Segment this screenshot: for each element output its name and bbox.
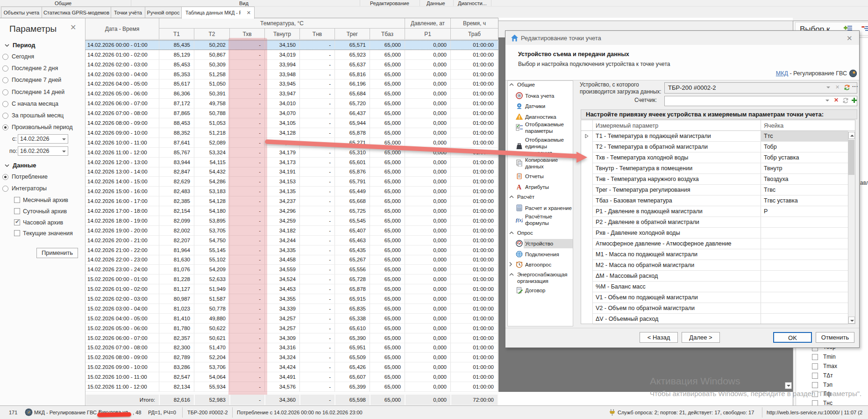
svg-text:A: A bbox=[517, 184, 522, 190]
svg-text:f(x): f(x) bbox=[516, 217, 523, 223]
